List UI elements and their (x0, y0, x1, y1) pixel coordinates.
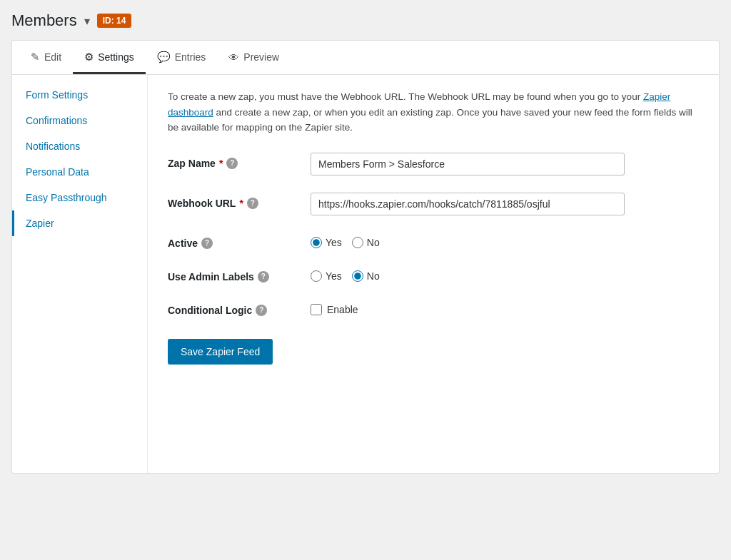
zap-name-required: * (219, 158, 223, 169)
page-wrapper: Members ▾ ID: 14 ✎ Edit ⚙ Settings 💬 Ent… (11, 11, 720, 474)
admin-labels-radio-group: Yes No (311, 266, 699, 282)
active-no-radio[interactable] (352, 237, 363, 248)
active-radio-group: Yes No (311, 233, 699, 248)
admin-labels-control: Yes No (311, 266, 699, 282)
tab-preview-label: Preview (243, 51, 279, 63)
zap-name-input[interactable] (311, 153, 625, 175)
admin-labels-row: Use Admin Labels ? Yes No (168, 266, 699, 282)
sidebar-item-easy-passthrough[interactable]: Easy Passthrough (12, 185, 147, 210)
webhook-url-input[interactable] (311, 193, 625, 215)
sidebar-item-zapier[interactable]: Zapier (12, 210, 147, 236)
conditional-logic-checkbox[interactable] (311, 304, 322, 315)
tab-edit[interactable]: ✎ Edit (19, 41, 73, 74)
tab-bar: ✎ Edit ⚙ Settings 💬 Entries 👁 Preview (19, 41, 291, 74)
conditional-logic-row: Conditional Logic ? Enable (168, 300, 699, 316)
edit-icon: ✎ (31, 51, 40, 63)
conditional-logic-control: Enable (311, 300, 699, 315)
sidebar-item-confirmations[interactable]: Confirmations (12, 108, 147, 133)
conditional-logic-help-icon[interactable]: ? (256, 305, 267, 316)
sidebar-item-form-settings[interactable]: Form Settings (12, 82, 147, 108)
tab-entries-label: Entries (175, 51, 206, 63)
zap-name-row: Zap Name * ? (168, 153, 699, 175)
active-no-option[interactable]: No (352, 237, 380, 248)
active-yes-radio[interactable] (311, 237, 322, 248)
page-header: Members ▾ ID: 14 (11, 11, 720, 30)
active-help-icon[interactable]: ? (201, 238, 213, 249)
title-dropdown-arrow[interactable]: ▾ (84, 14, 90, 28)
zap-name-label: Zap Name * ? (168, 153, 311, 169)
sidebar-item-personal-data[interactable]: Personal Data (12, 159, 147, 185)
conditional-logic-label: Conditional Logic ? (168, 300, 311, 316)
admin-labels-yes-radio[interactable] (311, 270, 322, 282)
preview-icon: 👁 (228, 51, 239, 63)
admin-labels-no-option[interactable]: No (352, 270, 380, 282)
zap-name-control (311, 153, 699, 175)
webhook-url-required: * (239, 198, 243, 209)
tab-entries[interactable]: 💬 Entries (146, 41, 218, 74)
page-title: Members (11, 11, 77, 30)
webhook-url-row: Webhook URL * ? (168, 193, 699, 215)
tab-edit-label: Edit (44, 51, 61, 63)
active-yes-option[interactable]: Yes (311, 237, 342, 248)
admin-labels-help-icon[interactable]: ? (258, 271, 269, 282)
save-zapier-feed-button[interactable]: Save Zapier Feed (168, 339, 273, 365)
admin-labels-no-radio[interactable] (352, 270, 363, 282)
conditional-logic-enable-option[interactable]: Enable (311, 300, 699, 315)
active-row: Active ? Yes No (168, 233, 699, 249)
main-content: Form Settings Confirmations Notification… (11, 74, 720, 474)
tab-settings[interactable]: ⚙ Settings (73, 41, 146, 74)
form-area: To create a new zap, you must have the W… (148, 75, 719, 473)
admin-labels-label: Use Admin Labels ? (168, 266, 311, 282)
tab-preview[interactable]: 👁 Preview (217, 41, 291, 74)
webhook-url-label: Webhook URL * ? (168, 193, 311, 209)
settings-icon: ⚙ (84, 51, 94, 63)
tab-settings-label: Settings (98, 51, 134, 63)
active-label: Active ? (168, 233, 311, 249)
zap-name-help-icon[interactable]: ? (226, 158, 238, 169)
webhook-url-control (311, 193, 699, 215)
tab-bar-container: ✎ Edit ⚙ Settings 💬 Entries 👁 Preview (11, 40, 720, 74)
webhook-url-help-icon[interactable]: ? (247, 198, 258, 209)
active-control: Yes No (311, 233, 699, 248)
admin-labels-yes-option[interactable]: Yes (311, 270, 342, 282)
sidebar: Form Settings Confirmations Notification… (12, 75, 148, 473)
sidebar-item-notifications[interactable]: Notifications (12, 133, 147, 159)
id-badge: ID: 14 (97, 14, 132, 28)
entries-icon: 💬 (157, 51, 171, 63)
info-text: To create a new zap, you must have the W… (168, 89, 699, 136)
